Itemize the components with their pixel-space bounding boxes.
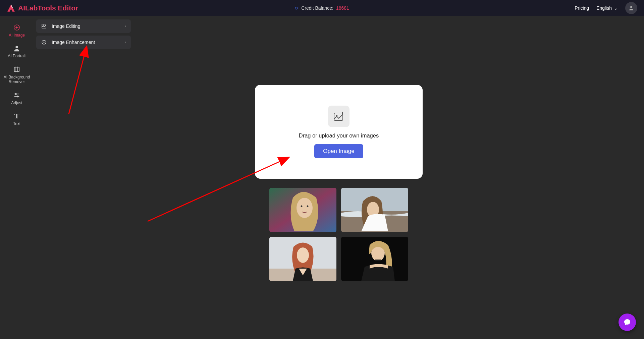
sample-image-4[interactable] (341, 237, 408, 281)
sidebar-item-ai-image[interactable]: AI Image (1, 20, 32, 40)
sparkle-icon (13, 23, 21, 32)
logo-area[interactable]: AILabTools Editor (7, 4, 78, 12)
sidebar-item-adjust[interactable]: Adjust (1, 88, 32, 108)
text-icon: T (14, 112, 19, 120)
chat-widget[interactable] (619, 314, 636, 331)
pricing-link[interactable]: Pricing (575, 5, 589, 11)
credit-value: 18681 (336, 5, 349, 11)
sample-image-3[interactable] (269, 237, 336, 281)
sidebar-item-label: Text (13, 121, 20, 126)
sidebar-item-label: AI Portrait (8, 54, 25, 58)
svg-point-0 (630, 6, 632, 8)
sidebar-item-ai-background-remover[interactable]: AI Background Remover (1, 62, 32, 87)
avatar[interactable] (625, 2, 637, 14)
svg-point-9 (17, 96, 18, 97)
language-label: English (596, 5, 612, 11)
svg-point-21 (307, 206, 309, 207)
header: AILabTools Editor ⟳ Credit Balance: 1868… (0, 0, 644, 16)
header-right: Pricing English ⌄ (575, 2, 637, 14)
main-area: Drag or upload your own images Open Imag… (34, 16, 644, 339)
credit-balance: ⟳ Credit Balance: 18681 (295, 5, 349, 11)
sliders-icon (13, 91, 20, 99)
sidebar-item-label: AI Background Remover (3, 75, 31, 84)
svg-point-2 (15, 46, 18, 48)
open-image-button[interactable]: Open Image (314, 144, 363, 158)
svg-rect-13 (334, 113, 343, 120)
upload-text: Drag or upload your own images (299, 132, 379, 139)
credit-label: Credit Balance: (301, 5, 333, 11)
svg-rect-32 (375, 260, 381, 261)
frame-icon (13, 65, 20, 73)
language-select[interactable]: English ⌄ (596, 5, 618, 11)
sidebar-item-label: Adjust (11, 101, 22, 105)
sidebar-item-label: AI Image (9, 33, 25, 38)
sample-image-2[interactable] (341, 188, 408, 232)
refresh-icon[interactable]: ⟳ (295, 6, 299, 11)
sidebar: AI Image AI Portrait AI Background Remov… (0, 16, 34, 339)
upload-icon-box (328, 106, 350, 127)
chat-icon (623, 318, 631, 326)
user-icon (628, 5, 634, 11)
person-icon (13, 44, 20, 52)
upload-card[interactable]: Drag or upload your own images Open Imag… (255, 85, 423, 179)
sample-images (269, 188, 408, 281)
chevron-down-icon: ⌄ (614, 5, 618, 11)
svg-point-8 (15, 93, 16, 95)
svg-point-29 (297, 247, 309, 263)
image-plus-icon (332, 110, 345, 123)
svg-point-20 (301, 206, 303, 207)
sidebar-item-ai-portrait[interactable]: AI Portrait (1, 41, 32, 61)
sidebar-item-text[interactable]: T Text (1, 109, 32, 129)
logo-icon (7, 4, 15, 12)
svg-point-19 (297, 198, 313, 218)
sample-image-1[interactable] (269, 188, 336, 232)
app-title: AILabTools Editor (18, 4, 78, 12)
svg-rect-3 (14, 67, 19, 71)
